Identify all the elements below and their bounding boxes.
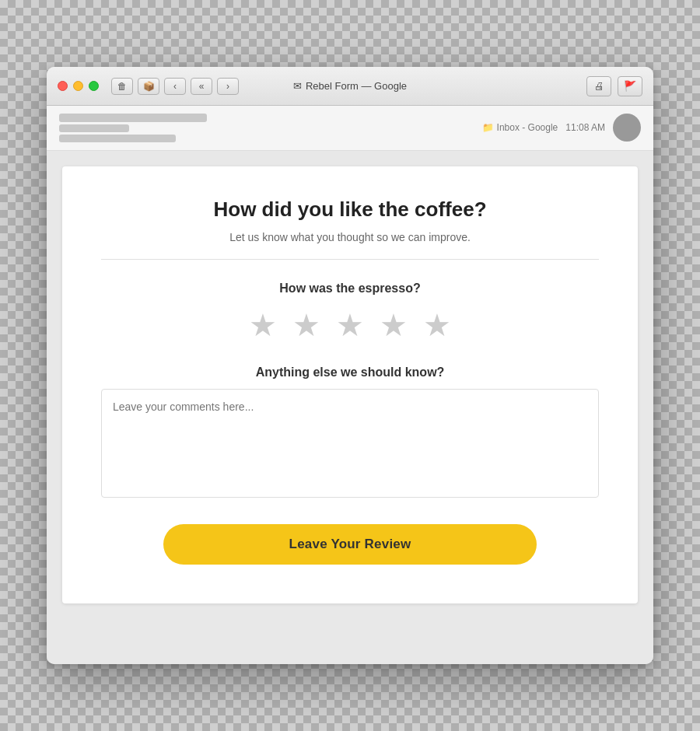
forward-button[interactable]: › xyxy=(217,78,239,95)
window-title-area: ✉ Rebel Form — Google xyxy=(293,80,407,92)
title-bar: 🗑 📦 ‹ « › ✉ Rebel Form — Google 🖨 xyxy=(47,67,653,106)
sender-line-3 xyxy=(59,135,176,142)
star-rating: ★ ★ ★ ★ ★ xyxy=(101,310,599,341)
star-3[interactable]: ★ xyxy=(336,310,364,341)
form-title: How did you like the coffee? xyxy=(101,198,599,222)
forward-icon: › xyxy=(226,81,229,92)
sender-line-1 xyxy=(59,114,207,122)
email-time: 11:08 AM xyxy=(565,122,605,133)
delete-button[interactable]: 🗑 xyxy=(111,78,133,95)
minimize-button[interactable] xyxy=(73,81,83,91)
divider xyxy=(101,259,599,260)
email-meta-right: 📁 Inbox - Google 11:08 AM xyxy=(482,114,641,142)
form-subtitle: Let us know what you thought so we can i… xyxy=(101,231,599,243)
star-4[interactable]: ★ xyxy=(380,310,408,341)
mac-window: 🗑 📦 ‹ « › ✉ Rebel Form — Google 🖨 xyxy=(47,67,653,664)
email-meta-left xyxy=(59,114,207,142)
print-icon: 🖨 xyxy=(594,80,604,92)
envelope-icon: ✉ xyxy=(293,80,302,92)
star-1[interactable]: ★ xyxy=(249,310,277,341)
back-all-icon: « xyxy=(199,81,205,92)
comments-question: Anything else we should know? xyxy=(101,366,599,379)
window-title: Rebel Form — Google xyxy=(306,80,407,92)
back-button[interactable]: ‹ xyxy=(164,78,186,95)
back-icon: ‹ xyxy=(173,81,177,92)
sender-line-2 xyxy=(59,124,129,132)
submit-button[interactable]: Leave Your Review xyxy=(163,524,537,565)
email-header: 📁 Inbox - Google 11:08 AM xyxy=(47,106,653,151)
inbox-label: 📁 Inbox - Google xyxy=(482,122,558,133)
archive-button[interactable]: 📦 xyxy=(138,78,159,95)
trash-icon: 🗑 xyxy=(117,81,127,92)
toolbar-right: 🖨 🚩 xyxy=(586,76,642,96)
espresso-question: How was the espresso? xyxy=(101,282,599,296)
folder-icon: 📁 xyxy=(482,122,494,133)
flag-button[interactable]: 🚩 xyxy=(618,76,642,96)
archive-icon: 📦 xyxy=(143,81,155,92)
back-all-button[interactable]: « xyxy=(191,78,212,95)
email-body: How did you like the coffee? Let us know… xyxy=(47,151,653,664)
close-button[interactable] xyxy=(58,81,68,91)
inbox-text: Inbox - Google xyxy=(497,122,558,133)
email-content: How did you like the coffee? Let us know… xyxy=(62,166,638,603)
traffic-lights xyxy=(58,81,99,91)
comments-input[interactable] xyxy=(101,389,599,498)
form-area: How did you like the coffee? Let us know… xyxy=(62,166,638,603)
maximize-button[interactable] xyxy=(89,81,99,91)
star-5[interactable]: ★ xyxy=(423,310,451,341)
toolbar-actions: 🗑 📦 ‹ « › xyxy=(111,78,239,95)
flag-icon: 🚩 xyxy=(624,80,636,92)
avatar xyxy=(613,114,641,142)
star-2[interactable]: ★ xyxy=(292,310,320,341)
print-button[interactable]: 🖨 xyxy=(586,76,611,96)
